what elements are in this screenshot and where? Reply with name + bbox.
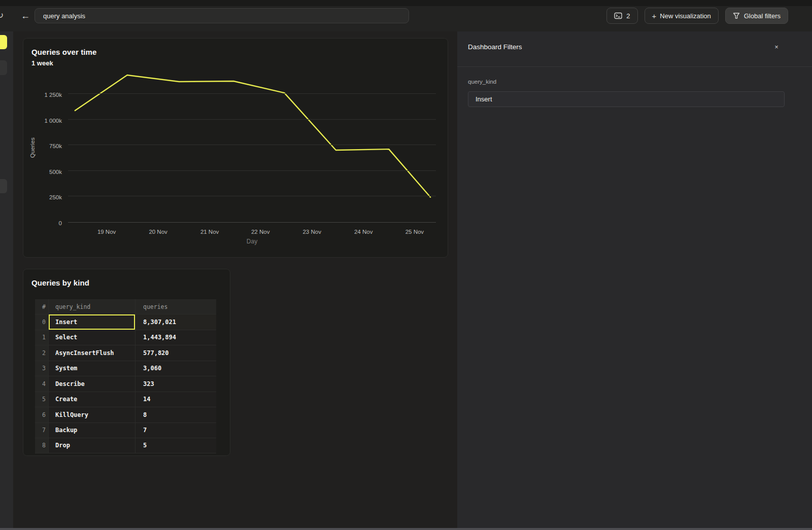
gridline bbox=[68, 119, 436, 120]
x-tick-label: 21 Nov bbox=[189, 229, 230, 235]
table-row: 4Describe323 bbox=[35, 376, 216, 392]
back-button[interactable]: ← bbox=[19, 9, 31, 22]
table-row: 8Drop5 bbox=[35, 438, 216, 453]
query-kind-cell[interactable]: Describe bbox=[48, 376, 135, 392]
query-kind-cell[interactable]: Drop bbox=[48, 438, 135, 453]
query-kind-cell[interactable]: Backup bbox=[48, 423, 135, 438]
table-row: 7Backup7 bbox=[35, 422, 216, 438]
query-kind-cell[interactable]: Insert bbox=[48, 314, 135, 330]
table-row: 6KillQuery8 bbox=[35, 407, 216, 422]
y-tick-label: 1 000k bbox=[23, 118, 62, 124]
y-tick-label: 750k bbox=[23, 143, 62, 149]
y-tick-label: 1 250k bbox=[23, 92, 62, 98]
dashboard-title-input[interactable] bbox=[35, 8, 409, 23]
query-kind-cell[interactable]: System bbox=[48, 361, 135, 376]
row-index-cell: 3 bbox=[35, 361, 48, 376]
queries-value-cell[interactable]: 7 bbox=[135, 423, 216, 438]
sidebar-item-3[interactable] bbox=[0, 179, 7, 193]
table-row: 3System3,060 bbox=[35, 361, 216, 376]
query-kind-cell[interactable]: Select bbox=[48, 330, 135, 345]
queries-value-cell[interactable]: 577,820 bbox=[135, 345, 216, 361]
queries-table: #query_kindqueries0Insert8,307,0211Selec… bbox=[35, 299, 216, 453]
table-row: 1Select1,443,894 bbox=[35, 330, 216, 345]
table-row: 5Create14 bbox=[35, 392, 216, 407]
left-sidebar bbox=[0, 31, 13, 530]
global-filters-label: Global filters bbox=[744, 12, 781, 20]
queries-column-header[interactable]: queries bbox=[135, 299, 216, 314]
filters-panel-title: Dashboard Filters bbox=[468, 43, 522, 51]
window-top-strip bbox=[0, 0, 812, 6]
dashboard-app: ↻ ← 2 + New visualization bbox=[0, 0, 812, 530]
x-tick-label: 23 Nov bbox=[292, 229, 332, 235]
row-index-cell: 4 bbox=[35, 376, 48, 392]
x-axis-title: Day bbox=[68, 238, 436, 245]
query-kind-cell[interactable]: KillQuery bbox=[48, 407, 135, 422]
console-window-icon bbox=[614, 12, 622, 19]
x-tick-label: 25 Nov bbox=[394, 229, 435, 235]
query-kind-filter-input[interactable]: Insert bbox=[468, 91, 785, 107]
queries-value-cell[interactable]: 1,443,894 bbox=[135, 330, 216, 345]
row-index-cell: 1 bbox=[35, 330, 48, 345]
gridline bbox=[68, 170, 436, 171]
y-tick-label: 500k bbox=[23, 169, 62, 175]
query-kind-column-header[interactable]: query_kind bbox=[48, 299, 135, 314]
visualization-count-button[interactable]: 2 bbox=[606, 8, 637, 24]
gridline bbox=[68, 196, 436, 196]
y-tick-label: 0 bbox=[23, 220, 62, 226]
visualization-count-label: 2 bbox=[626, 12, 630, 20]
new-visualization-button[interactable]: + New visualization bbox=[645, 8, 719, 24]
table-header-row: #query_kindqueries bbox=[35, 299, 216, 314]
x-tick-label: 24 Nov bbox=[343, 229, 384, 235]
row-index-cell: 0 bbox=[35, 314, 48, 330]
refresh-icon[interactable]: ↻ bbox=[0, 10, 8, 22]
x-axis-labels: 19 Nov20 Nov21 Nov22 Nov23 Nov24 Nov25 N… bbox=[68, 229, 436, 237]
queries-value-cell[interactable]: 8 bbox=[135, 407, 216, 422]
sidebar-item-2[interactable] bbox=[0, 60, 7, 75]
queries-value-cell[interactable]: 323 bbox=[135, 376, 216, 392]
x-tick-label: 20 Nov bbox=[138, 229, 179, 235]
chart-plot[interactable] bbox=[68, 73, 436, 223]
index-column-header[interactable]: # bbox=[35, 299, 48, 314]
query-kind-cell[interactable]: Create bbox=[48, 392, 135, 407]
gridline bbox=[68, 145, 436, 145]
chart-card-subtitle: 1 week bbox=[31, 59, 53, 67]
plus-icon: + bbox=[652, 12, 657, 20]
topbar: ↻ ← 2 + New visualization bbox=[0, 0, 812, 31]
global-filters-button[interactable]: Global filters bbox=[725, 8, 788, 24]
sidebar-item-active[interactable] bbox=[0, 35, 7, 49]
row-index-cell: 2 bbox=[35, 345, 48, 361]
close-icon[interactable]: × bbox=[771, 42, 782, 52]
queries-value-cell[interactable]: 14 bbox=[135, 392, 216, 407]
x-tick-label: 19 Nov bbox=[86, 229, 127, 235]
row-index-cell: 7 bbox=[35, 423, 48, 438]
table-row: 2AsyncInsertFlush577,820 bbox=[35, 345, 216, 361]
funnel-icon bbox=[733, 12, 740, 19]
panel-divider bbox=[457, 66, 812, 67]
dashboard-canvas: Queries over time 1 week Queries 0250k50… bbox=[13, 31, 457, 530]
row-index-cell: 5 bbox=[35, 392, 48, 407]
y-tick-label: 250k bbox=[23, 194, 62, 200]
chart-card-title: Queries over time bbox=[31, 48, 96, 56]
topbar-actions: 2 + New visualization Global filters bbox=[606, 8, 788, 24]
gridline bbox=[68, 93, 436, 94]
x-tick-label: 22 Nov bbox=[240, 229, 281, 235]
y-axis-labels: 0250k500k750k1 000k1 250k bbox=[23, 73, 65, 223]
queries-value-cell[interactable]: 3,060 bbox=[135, 361, 216, 376]
table-card-title: Queries by kind bbox=[31, 278, 89, 287]
queries-line-svg bbox=[68, 73, 436, 223]
query-kind-cell[interactable]: AsyncInsertFlush bbox=[48, 345, 135, 361]
queries-over-time-card: Queries over time 1 week Queries 0250k50… bbox=[23, 38, 448, 258]
new-visualization-label: New visualization bbox=[660, 12, 710, 20]
row-index-cell: 8 bbox=[35, 438, 48, 453]
queries-by-kind-card: Queries by kind #query_kindqueries0Inser… bbox=[23, 269, 230, 456]
queries-value-cell[interactable]: 8,307,021 bbox=[135, 314, 216, 330]
dashboard-filters-panel: Dashboard Filters × query_kind Insert bbox=[457, 31, 812, 530]
table-row: 0Insert8,307,021 bbox=[35, 314, 216, 330]
row-index-cell: 6 bbox=[35, 407, 48, 422]
filter-field-label: query_kind bbox=[468, 79, 496, 85]
window-bottom-edge bbox=[0, 528, 812, 530]
queries-value-cell[interactable]: 5 bbox=[135, 438, 216, 453]
